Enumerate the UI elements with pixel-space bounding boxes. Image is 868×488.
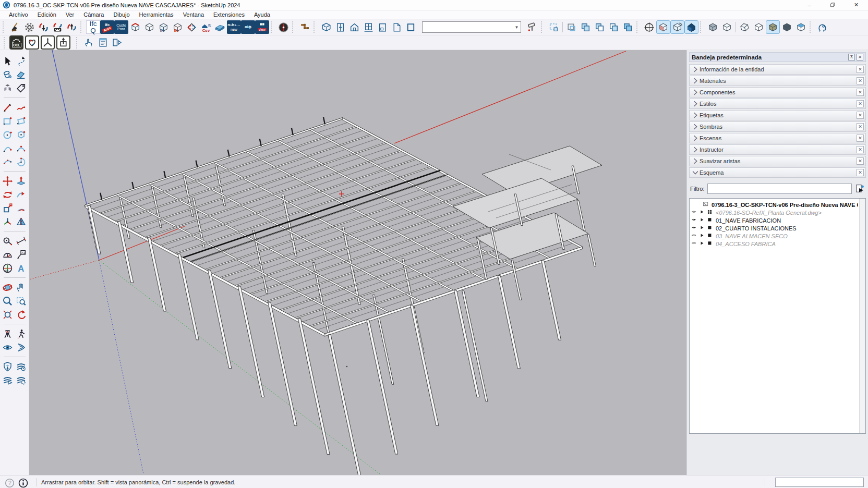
toolbar-grip[interactable] bbox=[80, 21, 85, 33]
ifc-auto-button[interactable]: IfcAuto bbox=[100, 20, 114, 34]
visibility-on-icon[interactable] bbox=[691, 217, 698, 224]
axes-tool[interactable]: AB bbox=[1, 261, 15, 275]
tray-section-instructor[interactable]: Instructor✕ bbox=[689, 144, 866, 155]
tree-row-cuarto-instalaciones[interactable]: 02_CUARTO INSTALACIONES bbox=[691, 224, 858, 232]
bim-view-toggle-1[interactable] bbox=[656, 20, 670, 34]
menu-ayuda[interactable]: Ayuda bbox=[249, 11, 275, 18]
panel-toggle-button[interactable] bbox=[110, 36, 124, 50]
paint-bucket-tool[interactable] bbox=[1, 68, 15, 81]
section-close-button[interactable]: ✕ bbox=[857, 77, 864, 84]
circle-tool[interactable] bbox=[1, 128, 15, 141]
slab-3d-button[interactable] bbox=[213, 20, 227, 34]
section-close-button[interactable]: ✕ bbox=[857, 100, 864, 107]
plugin-keyboard-button[interactable] bbox=[51, 20, 65, 34]
push-pull-tool[interactable] bbox=[15, 174, 28, 188]
view-xray-button[interactable] bbox=[738, 20, 752, 34]
hand-draw-button[interactable] bbox=[82, 36, 96, 50]
toolbar-grip[interactable] bbox=[4, 37, 8, 48]
tray-section-esquema[interactable]: Esquema✕ bbox=[689, 167, 866, 178]
tray-header[interactable]: Bandeja predeterminada ⊼ ✕ bbox=[689, 52, 866, 62]
tray-section-componentes[interactable]: Componentes✕ bbox=[689, 87, 866, 97]
bim-view-toggle-3[interactable] bbox=[684, 20, 698, 34]
flip-tool[interactable] bbox=[15, 215, 28, 228]
toolbar-grip[interactable] bbox=[810, 21, 814, 33]
section-close-button[interactable]: ✕ bbox=[857, 66, 864, 73]
folded-page-button[interactable] bbox=[390, 20, 404, 34]
orbit-tool[interactable] bbox=[1, 280, 15, 294]
protractor-tool[interactable] bbox=[1, 248, 15, 261]
section-close-button[interactable]: ✕ bbox=[857, 146, 864, 153]
scale-tool[interactable] bbox=[1, 201, 15, 215]
ifc-cube-red-label-button[interactable]: ifc bbox=[171, 20, 185, 34]
tree-scrollbar[interactable] bbox=[859, 199, 865, 433]
view-textured-button[interactable] bbox=[780, 20, 794, 34]
tray-section-etiquetas[interactable]: Etiquetas✕ bbox=[689, 110, 866, 120]
menu-archivo[interactable]: Archivo bbox=[4, 11, 33, 18]
opening-button[interactable] bbox=[404, 20, 418, 34]
clean-broom-button[interactable] bbox=[8, 20, 22, 34]
select-tool[interactable] bbox=[1, 54, 15, 68]
toolbar-grip[interactable] bbox=[700, 21, 704, 33]
toolbar-grip[interactable] bbox=[292, 21, 296, 33]
tree-root-row[interactable]: 0796.16-3_OC-SKP-TCN-v06 Pre-diseño Nuev… bbox=[691, 201, 858, 209]
tray-section-entity-info[interactable]: Información de la entidad✕ bbox=[689, 64, 866, 75]
cabinet-button[interactable] bbox=[376, 20, 390, 34]
section-close-button[interactable]: ✕ bbox=[857, 123, 864, 130]
position-camera-tool[interactable] bbox=[1, 327, 15, 340]
tape-measure-tool[interactable] bbox=[1, 234, 15, 248]
viewport-3d[interactable] bbox=[29, 50, 686, 475]
section-close-button[interactable]: ✕ bbox=[857, 89, 864, 96]
dimension-tool[interactable] bbox=[15, 234, 28, 248]
crate-button[interactable] bbox=[319, 20, 333, 34]
view-shaded-button[interactable] bbox=[766, 20, 780, 34]
ifc-cube-red-button[interactable] bbox=[128, 20, 142, 34]
view-hidden-line-button[interactable] bbox=[752, 20, 766, 34]
squares-trim-button[interactable] bbox=[607, 20, 621, 34]
offset-tool[interactable] bbox=[15, 201, 28, 215]
tree-row-nave-almacen[interactable]: 03_NAVE ALMACEN SECO bbox=[691, 232, 858, 240]
geolocation-button[interactable]: ? bbox=[4, 478, 13, 486]
tray-pin-button[interactable]: ⊼ bbox=[848, 54, 855, 60]
view-wireframe-button[interactable] bbox=[720, 20, 734, 34]
pipes-button[interactable] bbox=[298, 20, 312, 34]
walk-tool[interactable] bbox=[15, 327, 28, 340]
ifc-cube-blue-label-button[interactable]: ifc bbox=[156, 20, 171, 34]
expand-arrow-icon[interactable] bbox=[698, 209, 706, 216]
view-monochrome-button[interactable] bbox=[794, 20, 808, 34]
menu-edicion[interactable]: Edición bbox=[33, 11, 61, 18]
house-button[interactable] bbox=[347, 20, 361, 34]
menu-herramientas[interactable]: Herramientas bbox=[135, 11, 178, 18]
measurements-input[interactable] bbox=[775, 478, 864, 487]
share-export-button[interactable] bbox=[56, 35, 70, 50]
polygon-tool[interactable] bbox=[15, 128, 28, 141]
layers-settings-tool[interactable] bbox=[15, 373, 28, 387]
three-point-arc-tool[interactable] bbox=[1, 155, 15, 168]
two-point-arc-tool[interactable] bbox=[15, 141, 28, 155]
compass-button[interactable] bbox=[276, 20, 291, 34]
zoom-window-tool[interactable] bbox=[15, 294, 28, 308]
rotate-tool[interactable] bbox=[1, 188, 15, 201]
section-close-button[interactable]: ✕ bbox=[857, 135, 864, 142]
visibility-off-icon[interactable] bbox=[691, 209, 698, 216]
ifc-csv-button[interactable]: IfcCsv bbox=[199, 20, 213, 34]
tree-row-acceso-fabrica[interactable]: 04_ACCESO FABRICA bbox=[691, 240, 858, 248]
menu-ver[interactable]: Ver bbox=[61, 11, 79, 18]
expand-arrow-icon[interactable] bbox=[698, 225, 706, 231]
menu-ventana[interactable]: Ventana bbox=[178, 11, 209, 18]
custom-parameters-button[interactable]: CustoPara bbox=[114, 20, 128, 34]
tray-section-estilos[interactable]: Estilos✕ bbox=[689, 99, 866, 109]
follow-me-tool[interactable] bbox=[15, 188, 28, 201]
pan-tool[interactable] bbox=[15, 280, 28, 294]
section-close-button[interactable]: ✕ bbox=[857, 112, 864, 119]
arc-tool[interactable] bbox=[1, 141, 15, 155]
close-button[interactable]: ✕ bbox=[845, 0, 868, 10]
minimize-button[interactable]: – bbox=[798, 0, 821, 10]
double-door-button[interactable] bbox=[333, 20, 347, 34]
style-combo-input[interactable] bbox=[423, 22, 513, 32]
chevron-down-icon[interactable]: ▼ bbox=[513, 25, 521, 30]
restore-button[interactable] bbox=[821, 0, 845, 10]
olo-button[interactable]: olϕ bbox=[241, 20, 255, 34]
paint-swirl-button[interactable] bbox=[25, 35, 39, 50]
bim-view-toggle-2[interactable] bbox=[670, 20, 684, 34]
ifc-diamond-button[interactable] bbox=[185, 20, 199, 34]
